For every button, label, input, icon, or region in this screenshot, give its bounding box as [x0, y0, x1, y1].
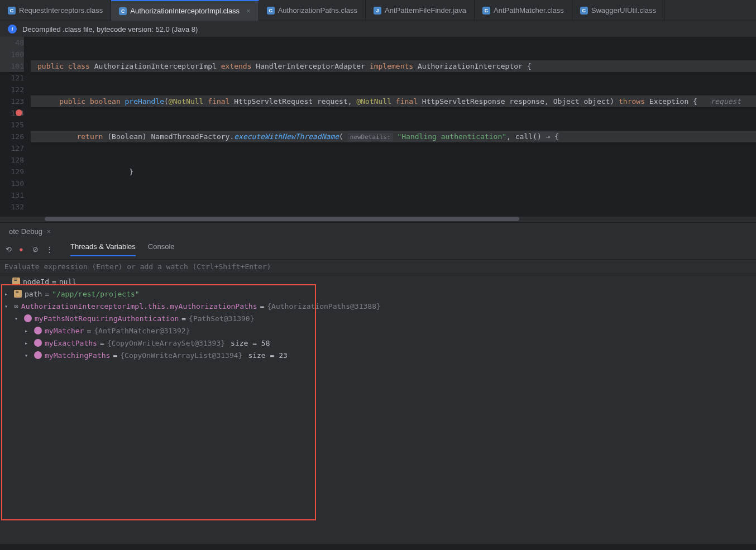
decompiled-notice: i Decompiled .class file, bytecode versi… — [0, 21, 756, 37]
breakpoint-icon[interactable] — [16, 109, 22, 116]
line-number: 130 — [0, 178, 24, 189]
var-row-authpaths[interactable]: ∞AuthorizationInterceptorImpl.this.myAut… — [0, 300, 756, 312]
string-icon — [12, 278, 20, 285]
class-icon: C — [482, 7, 490, 15]
field-icon — [34, 339, 42, 347]
sticky-line: return (Boolean) NamedThreadFactory.exec… — [31, 131, 756, 142]
var-row-matching-paths[interactable]: myMatchingPaths = {CopyOnWriteArrayList@… — [0, 349, 756, 361]
var-row-not-requiring[interactable]: myPathsNotRequiringAuthentication = {Pat… — [0, 312, 756, 324]
var-row-matcher[interactable]: myMatcher = {AntPathMatcher@31392} — [0, 324, 756, 337]
chevron-down-icon[interactable] — [4, 303, 11, 309]
info-icon: i — [8, 25, 17, 34]
code-line — [31, 201, 756, 213]
sticky-line: public class AuthorizationInterceptorImp… — [31, 60, 756, 72]
line-number: 125 — [0, 119, 24, 131]
sticky-line: public boolean preHandle(@NotNull final … — [31, 95, 756, 107]
tab-authorization-interceptor-impl[interactable]: CAuthorizationInterceptorImpl.class× — [111, 0, 259, 21]
line-number: 129 — [0, 166, 24, 178]
chevron-right-icon[interactable] — [4, 291, 11, 297]
var-row-nodeid[interactable]: nodeId = null — [0, 275, 756, 288]
field-icon — [34, 351, 42, 359]
line-number: 131 — [0, 189, 24, 201]
field-icon — [34, 327, 42, 334]
chevron-down-icon[interactable] — [15, 315, 21, 322]
tab-request-interceptors[interactable]: CRequestInterceptors.class — [0, 0, 111, 21]
gutter: 48 100 101 121 122 123 124 125 126 127 1… — [0, 37, 31, 216]
class-icon: C — [580, 7, 588, 15]
variables-tree[interactable]: nodeId = null path = "/app/rest/projects… — [0, 274, 756, 531]
horizontal-scrollbar[interactable] — [0, 217, 756, 222]
class-icon: C — [8, 7, 16, 15]
debug-panel: ote Debug × ⟲ ● ⊘ ⋮ Threads & Variables … — [0, 222, 756, 544]
stop-icon[interactable]: ● — [19, 245, 28, 254]
line-number: 127 — [0, 142, 24, 154]
debug-tool-tabs: ote Debug × — [0, 223, 756, 240]
line-number: 128 — [0, 154, 24, 166]
line-number: 132 — [0, 201, 24, 213]
line-number: 122 — [0, 84, 24, 95]
class-icon: C — [119, 7, 127, 15]
scrollbar-thumb[interactable] — [45, 217, 519, 221]
close-icon[interactable]: × — [246, 7, 251, 15]
code-body[interactable]: public class AuthorizationInterceptorImp… — [31, 37, 756, 216]
line-number: 121 — [0, 72, 24, 84]
evaluate-expression-input[interactable]: Evaluate expression (Enter) or add a wat… — [0, 260, 756, 274]
tab-ant-pattern-file-finder[interactable]: JAntPatternFileFinder.java — [366, 0, 475, 21]
line-number: 123 — [0, 95, 24, 107]
field-icon — [24, 314, 32, 322]
tab-swagger-ui-util[interactable]: CSwaggerUIUtil.class — [572, 0, 664, 21]
line-number: 48 — [0, 37, 24, 49]
line-number: 101 — [0, 60, 24, 72]
tab-authorization-paths[interactable]: CAuthorizationPaths.class — [259, 0, 366, 21]
java-icon: J — [374, 7, 381, 15]
editor-tabs: CRequestInterceptors.class CAuthorizatio… — [0, 0, 756, 21]
tab-ant-path-matcher[interactable]: CAntPathMatcher.class — [475, 0, 572, 21]
more-icon[interactable]: ⋮ — [46, 245, 55, 254]
console-tab[interactable]: Console — [148, 242, 175, 256]
var-row-exact-paths[interactable]: myExactPaths = {CopyOnWriteArraySet@3139… — [0, 337, 756, 349]
line-number: 133 — [0, 213, 24, 216]
line-number: 124 — [0, 107, 24, 119]
line-number: 100 — [0, 49, 24, 60]
debug-toolbar: ⟲ ● ⊘ ⋮ Threads & Variables Console — [0, 240, 756, 260]
chevron-right-icon[interactable] — [25, 340, 31, 346]
threads-variables-tab[interactable]: Threads & Variables — [70, 242, 136, 256]
link-icon: ∞ — [14, 302, 18, 310]
chevron-down-icon[interactable] — [25, 352, 31, 358]
close-icon[interactable]: × — [45, 227, 51, 236]
var-row-path[interactable]: path = "/app/rest/projects" — [0, 288, 756, 300]
notice-text: Decompiled .class file, bytecode version… — [22, 25, 198, 34]
chevron-right-icon[interactable] — [25, 328, 31, 334]
code-editor[interactable]: 48 100 101 121 122 123 124 125 126 127 1… — [0, 37, 756, 216]
class-icon: C — [267, 7, 275, 15]
code-line: } — [31, 166, 756, 178]
mute-breakpoints-icon[interactable]: ⊘ — [32, 245, 41, 254]
debug-session-tab[interactable]: ote Debug × — [4, 225, 55, 238]
rerun-icon[interactable]: ⟲ — [6, 245, 15, 254]
string-icon — [14, 290, 22, 298]
line-number: 126 — [0, 131, 24, 142]
